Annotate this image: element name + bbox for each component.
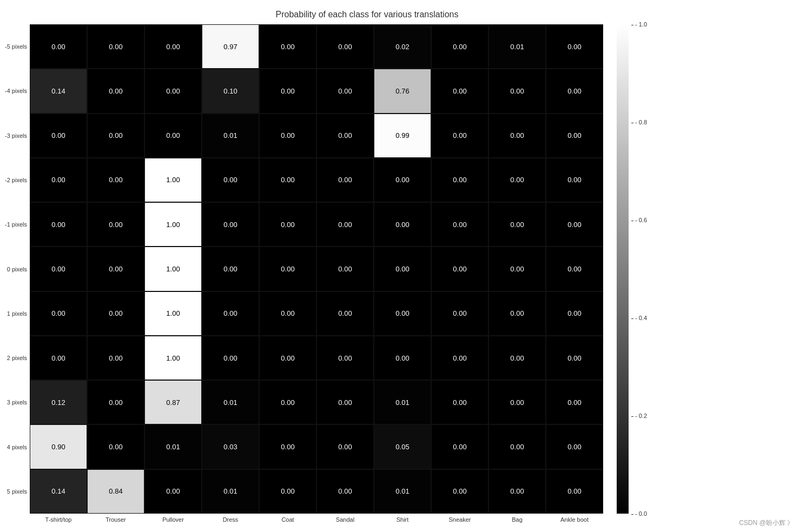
cell: 0.00 <box>546 202 603 247</box>
cell: 0.00 <box>87 291 144 336</box>
cell: 0.00 <box>87 336 144 380</box>
cell-value: 0.00 <box>281 221 294 229</box>
x-axis-label: Pullover <box>162 516 184 523</box>
cell-value: 0.00 <box>338 487 352 495</box>
cell-value: 0.05 <box>395 443 409 451</box>
cell: 0.00 <box>87 69 144 113</box>
x-axis-label: Sandal <box>336 516 354 523</box>
cell-value: 0.00 <box>281 354 294 362</box>
cell: 0.00 <box>202 158 259 202</box>
cell: 0.00 <box>202 202 259 247</box>
cell-value: 0.00 <box>166 131 180 139</box>
y-axis-label: -2 pixels <box>5 177 27 183</box>
x-axis-label: Shirt <box>397 516 409 523</box>
cell: 0.00 <box>374 336 431 380</box>
cell-value: 0.00 <box>51 221 65 229</box>
cell: 0.00 <box>546 424 603 469</box>
cell-value: 0.00 <box>395 309 409 317</box>
cell-value: 0.00 <box>453 221 466 229</box>
cell-value: 0.00 <box>109 443 122 451</box>
colorbar-tick: - 0.8 <box>629 119 647 125</box>
cell: 0.00 <box>259 158 316 202</box>
cell-value: 0.00 <box>338 131 352 139</box>
cell: 0.00 <box>316 336 374 380</box>
figure-container: Probability of each class for various tr… <box>0 0 799 532</box>
cell-value: 0.01 <box>223 487 237 495</box>
cell-value: 0.00 <box>109 265 122 273</box>
cell: 0.00 <box>30 158 87 202</box>
cell: 0.00 <box>316 380 374 424</box>
cell: 0.00 <box>488 114 546 158</box>
cell: 0.00 <box>87 202 144 247</box>
colorbar <box>617 24 629 514</box>
y-axis-label: 4 pixels <box>7 444 27 450</box>
cell: 0.00 <box>546 158 603 202</box>
cell-value: 0.00 <box>510 398 524 407</box>
cell: 0.00 <box>87 380 144 424</box>
x-axis-label: Dress <box>223 516 239 523</box>
cell: 0.01 <box>488 24 546 69</box>
cell: 0.00 <box>488 291 546 336</box>
colorbar-tick: - 0.4 <box>629 315 647 321</box>
cell-value: 0.00 <box>51 265 65 273</box>
y-axis-label: -5 pixels <box>5 43 27 50</box>
cell-value: 0.84 <box>109 487 122 495</box>
cell: 0.00 <box>316 424 374 469</box>
cell-value: 0.00 <box>223 221 237 229</box>
cell: 0.99 <box>374 114 431 158</box>
cell: 0.00 <box>144 114 202 158</box>
cell-value: 0.00 <box>567 87 581 95</box>
cell: 0.01 <box>202 114 259 158</box>
cell-value: 0.00 <box>109 354 122 362</box>
cell: 0.14 <box>30 69 87 113</box>
cell: 0.00 <box>488 202 546 247</box>
cell-value: 0.00 <box>453 43 466 51</box>
cell: 0.00 <box>431 158 488 202</box>
cell: 0.00 <box>431 247 488 291</box>
cell-value: 0.10 <box>223 87 237 95</box>
cell: 0.01 <box>144 424 202 469</box>
cell-value: 0.00 <box>338 309 352 317</box>
x-axis-label: Sneaker <box>449 516 471 523</box>
cell: 0.00 <box>546 469 603 514</box>
cell-value: 0.00 <box>51 43 65 51</box>
cell: 1.00 <box>144 247 202 291</box>
cell-value: 0.00 <box>109 309 122 317</box>
cell: 0.00 <box>87 114 144 158</box>
x-axis-label: Bag <box>512 516 523 523</box>
cell-value: 0.00 <box>51 176 65 184</box>
x-axis-label: Ankle boot <box>560 516 589 523</box>
cell-value: 0.97 <box>223 43 237 51</box>
cell: 0.01 <box>202 469 259 514</box>
cell-value: 0.76 <box>395 87 409 95</box>
cell: 0.00 <box>30 24 87 69</box>
colorbar-tick: - 0.2 <box>629 413 647 419</box>
x-axis-label: T-shirt/top <box>45 516 72 523</box>
cell: 0.97 <box>202 24 259 69</box>
cell-value: 0.00 <box>567 398 581 407</box>
cell: 0.00 <box>488 247 546 291</box>
y-axis-label: -3 pixels <box>5 132 27 139</box>
cell-value: 0.00 <box>338 354 352 362</box>
cell-value: 0.00 <box>453 309 466 317</box>
cell-value: 0.00 <box>166 487 180 495</box>
cell: 0.00 <box>30 247 87 291</box>
cell-value: 0.90 <box>51 443 65 451</box>
y-axis-label: -4 pixels <box>5 88 27 94</box>
cell: 0.00 <box>30 114 87 158</box>
cell-value: 0.00 <box>453 398 466 407</box>
cell-value: 0.00 <box>338 43 352 51</box>
cell-value: 0.00 <box>567 43 581 51</box>
cell-value: 0.00 <box>453 443 466 451</box>
cell: 1.00 <box>144 291 202 336</box>
cell-value: 0.14 <box>51 87 65 95</box>
cell-value: 0.00 <box>51 309 65 317</box>
cell: 0.00 <box>87 247 144 291</box>
cell-value: 0.00 <box>338 398 352 407</box>
cell: 0.00 <box>259 24 316 69</box>
cell-value: 0.00 <box>281 43 294 51</box>
cell-value: 1.00 <box>166 265 180 273</box>
cell: 0.00 <box>488 469 546 514</box>
cell-value: 0.00 <box>281 487 294 495</box>
cell-value: 0.00 <box>281 265 294 273</box>
